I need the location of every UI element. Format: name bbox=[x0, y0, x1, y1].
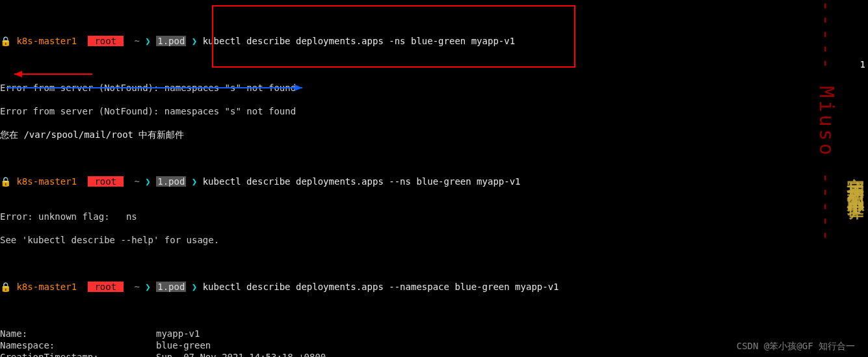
svg-marker-1 bbox=[14, 71, 22, 77]
prompt-gt-icon: ❯ bbox=[192, 36, 197, 46]
error-line: Error from server (NotFound): namespaces… bbox=[0, 82, 868, 94]
prompt-gt-icon: ❯ bbox=[192, 282, 197, 292]
tilde: ~ bbox=[134, 282, 139, 292]
cwd: 1.pod bbox=[156, 36, 186, 46]
describe-label: Namespace: bbox=[0, 339, 156, 351]
watermark-red: ----- Miuso ----- bbox=[821, 0, 832, 244]
prompt-arrow-icon: ❯ bbox=[145, 36, 150, 46]
prompt-line-3[interactable]: 🔒 k8s-master1 root ~ ❯ 1.pod ❯ kubectl d… bbox=[0, 281, 868, 293]
host: k8s-master1 bbox=[16, 176, 77, 187]
command-2: kubectl describe deployments.apps --ns b… bbox=[203, 176, 521, 187]
describe-row: Name:myapp-v1 bbox=[0, 328, 868, 339]
prompt-gt-icon: ❯ bbox=[192, 176, 197, 187]
describe-value: Sun, 07 Nov 2021 14:53:18 +0800 bbox=[156, 352, 326, 357]
tilde: ~ bbox=[134, 36, 139, 46]
csdn-watermark: CSDN @笨小孩@GF 知行合一 bbox=[737, 340, 855, 352]
arrow-red-icon bbox=[8, 68, 92, 80]
prompt-line-2[interactable]: 🔒 k8s-master1 root ~ ❯ 1.pod ❯ kubectl d… bbox=[0, 176, 868, 187]
lock-icon: 🔒 bbox=[0, 282, 11, 292]
host: k8s-master1 bbox=[16, 282, 77, 292]
host: k8s-master1 bbox=[16, 36, 77, 46]
terminal: 🔒 k8s-master1 root ~ ❯ 1.pod ❯ kubectl d… bbox=[0, 0, 868, 357]
user-badge: root bbox=[88, 36, 124, 46]
describe-row: CreationTimestamp:Sun, 07 Nov 2021 14:53… bbox=[0, 351, 868, 357]
describe-value: blue-green bbox=[156, 340, 211, 350]
tilde: ~ bbox=[134, 176, 139, 187]
lock-icon: 🔒 bbox=[0, 36, 11, 46]
user-badge: root bbox=[88, 176, 124, 187]
prompt-arrow-icon: ❯ bbox=[145, 282, 150, 292]
lock-icon: 🔒 bbox=[0, 176, 11, 187]
help-line: See 'kubectl describe --help' for usage. bbox=[0, 234, 868, 246]
command-3: kubectl describe deployments.apps --name… bbox=[203, 282, 559, 292]
user-badge: root bbox=[88, 282, 124, 292]
prompt-arrow-icon: ❯ bbox=[145, 176, 150, 187]
describe-label: CreationTimestamp: bbox=[0, 351, 156, 357]
error-line: Error: unknown flag: ns bbox=[0, 211, 868, 222]
command-1: kubectl describe deployments.apps -ns bl… bbox=[203, 36, 515, 46]
error-line: Error from server (NotFound): namespaces… bbox=[0, 105, 868, 117]
describe-value: myapp-v1 bbox=[156, 328, 200, 339]
page-number: 1 bbox=[860, 59, 865, 70]
watermark-vertical: 守护属于我们的小小世界 bbox=[850, 3, 861, 354]
cwd: 1.pod bbox=[156, 176, 186, 187]
mail-notice: 您在 /var/spool/mail/root 中有新邮件 bbox=[0, 129, 868, 140]
describe-label: Name: bbox=[0, 328, 156, 339]
prompt-line-1[interactable]: 🔒 k8s-master1 root ~ ❯ 1.pod ❯ kubectl d… bbox=[0, 35, 868, 47]
cwd: 1.pod bbox=[156, 282, 186, 292]
